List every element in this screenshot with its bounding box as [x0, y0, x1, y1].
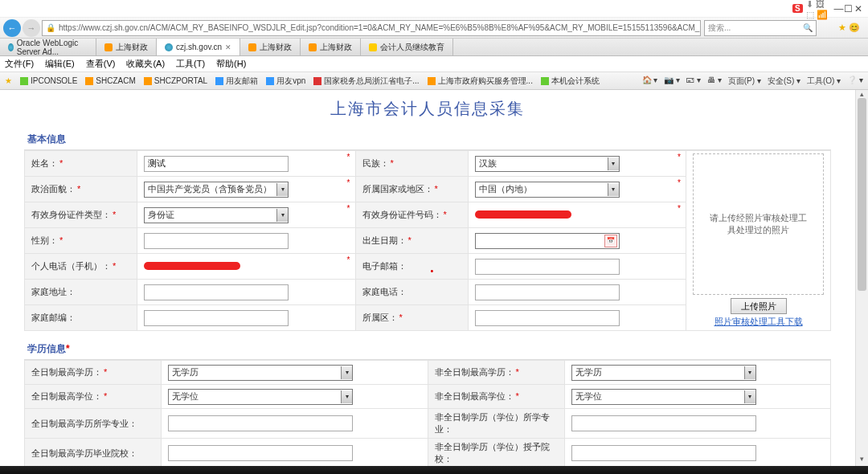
tab-3[interactable]: 上海财政	[240, 39, 301, 55]
lock-icon: 🔒	[46, 23, 55, 32]
window-titlebar: S 中 ⁝ ⊕ ⬇ 🖼 ⬚ 📶 🛠 — ☐ ✕	[0, 0, 868, 18]
tab-4[interactable]: 上海财政	[301, 39, 361, 55]
fav-4[interactable]: 用友vpn	[266, 76, 305, 87]
rtool-5[interactable]: 安全(S) ▾	[768, 76, 800, 87]
fav-3[interactable]: 用友邮箱	[215, 76, 258, 87]
rtool-6[interactable]: 工具(O) ▾	[807, 76, 841, 87]
window-close[interactable]: ✕	[854, 3, 863, 14]
tab-strip: Oracle WebLogic Server Ad... 上海财政 czj.sh…	[0, 39, 868, 56]
rtool-0[interactable]: 🏠 ▾	[642, 76, 658, 87]
back-button[interactable]: ←	[3, 19, 21, 37]
fav-1[interactable]: SHCZACM	[85, 76, 135, 85]
fav-6[interactable]: 上海市政府购买服务管理...	[428, 76, 533, 87]
fav-2[interactable]: SHCZPORTAL	[144, 76, 207, 85]
sogou-icon: S	[792, 4, 803, 13]
favorites-buttons[interactable]: ★ 😊	[817, 22, 865, 33]
forward-button[interactable]: →	[23, 19, 40, 37]
menu-bar: 文件(F) 编辑(E) 查看(V) 收藏夹(A) 工具(T) 帮助(H)	[0, 56, 868, 72]
favorites-bar: ★ IPCONSOLE SHCZACM SHCZPORTAL 用友邮箱 用友vp…	[0, 72, 868, 90]
fav-7[interactable]: 本机会计系统	[541, 76, 600, 87]
menu-fav[interactable]: 收藏夹(A)	[126, 58, 165, 70]
rtool-4[interactable]: 页面(P) ▾	[728, 76, 761, 87]
window-maximize[interactable]: ☐	[844, 3, 854, 14]
rtool-1[interactable]: 📷 ▾	[664, 76, 680, 87]
site-icon	[309, 43, 317, 51]
site-icon	[369, 43, 377, 51]
right-tools: 🏠 ▾ 📷 ▾ 🖃 ▾ 🖶 ▾ 页面(P) ▾ 安全(S) ▾ 工具(O) ▾ …	[642, 76, 863, 87]
tab-5[interactable]: 会计人员继续教育	[361, 39, 453, 55]
site-icon	[104, 43, 113, 51]
rtool-7[interactable]: ❔ ▾	[847, 76, 863, 87]
fav-5[interactable]: 国家税务总局浙江省电子...	[313, 76, 419, 87]
menu-file[interactable]: 文件(F)	[5, 58, 34, 70]
site-icon	[248, 43, 256, 51]
nav-toolbar: ← → 🔒 https://www.czj.sh.gov.cn/ACM/ACM_…	[0, 18, 868, 39]
fav-0[interactable]: IPCONSOLE	[20, 76, 77, 85]
window-minimize[interactable]: —	[833, 3, 843, 14]
tab-1[interactable]: 上海财政	[96, 39, 157, 55]
globe-icon	[165, 43, 173, 51]
menu-tools[interactable]: 工具(T)	[176, 58, 205, 70]
search-box[interactable]: 搜索... 🔍	[704, 20, 817, 36]
close-icon[interactable]: ✕	[225, 43, 231, 51]
menu-edit[interactable]: 编辑(E)	[45, 58, 75, 70]
menu-view[interactable]: 查看(V)	[86, 58, 116, 70]
tab-2[interactable]: czj.sh.gov.cn✕	[157, 39, 240, 55]
rtool-2[interactable]: 🖃 ▾	[686, 76, 701, 87]
favorites-star-icon[interactable]: ★	[5, 76, 12, 85]
menu-help[interactable]: 帮助(H)	[216, 58, 246, 70]
search-icon[interactable]: 🔍	[803, 23, 813, 32]
tab-0[interactable]: Oracle WebLogic Server Ad...	[0, 39, 96, 55]
address-bar[interactable]: 🔒 https://www.czj.sh.gov.cn/ACM/ACM_RY_B…	[42, 20, 701, 36]
rtool-3[interactable]: 🖶 ▾	[707, 76, 722, 87]
globe-icon	[8, 43, 14, 51]
